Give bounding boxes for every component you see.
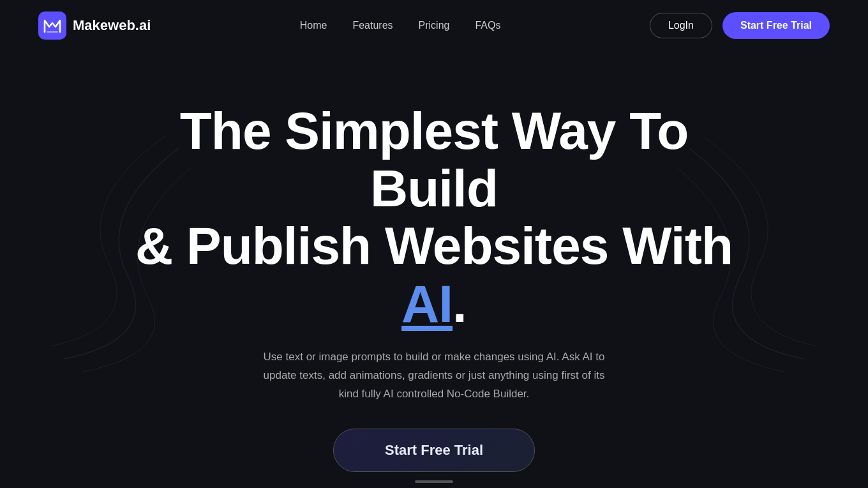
nav-pricing[interactable]: Pricing: [419, 20, 450, 31]
hero-title-period: .: [453, 275, 467, 333]
hero-section: The Simplest Way To Build & Publish Webs…: [0, 51, 868, 488]
nav-links: Home Features Pricing FAQs: [300, 20, 501, 31]
login-button[interactable]: LogIn: [650, 13, 712, 38]
hero-start-trial-button[interactable]: Start Free Trial: [333, 429, 535, 472]
brand-name: Makeweb.ai: [73, 17, 151, 34]
navbar: Makeweb.ai Home Features Pricing FAQs Lo…: [0, 0, 868, 51]
hero-title-ai: AI: [401, 275, 453, 333]
logo[interactable]: Makeweb.ai: [38, 11, 151, 40]
hero-title-line2-pre: & Publish Websites With: [135, 217, 733, 275]
nav-faqs[interactable]: FAQs: [475, 20, 500, 31]
nav-home[interactable]: Home: [300, 20, 327, 31]
nav-start-trial-button[interactable]: Start Free Trial: [722, 12, 830, 39]
hero-subtitle: Use text or image prompts to build or ma…: [255, 348, 613, 404]
nav-actions: LogIn Start Free Trial: [650, 12, 830, 39]
hero-title: The Simplest Way To Build & Publish Webs…: [115, 102, 753, 333]
logo-icon: [38, 11, 66, 40]
hero-title-line1: The Simplest Way To Build: [180, 102, 689, 217]
nav-features[interactable]: Features: [352, 20, 393, 31]
svg-rect-0: [38, 11, 66, 40]
